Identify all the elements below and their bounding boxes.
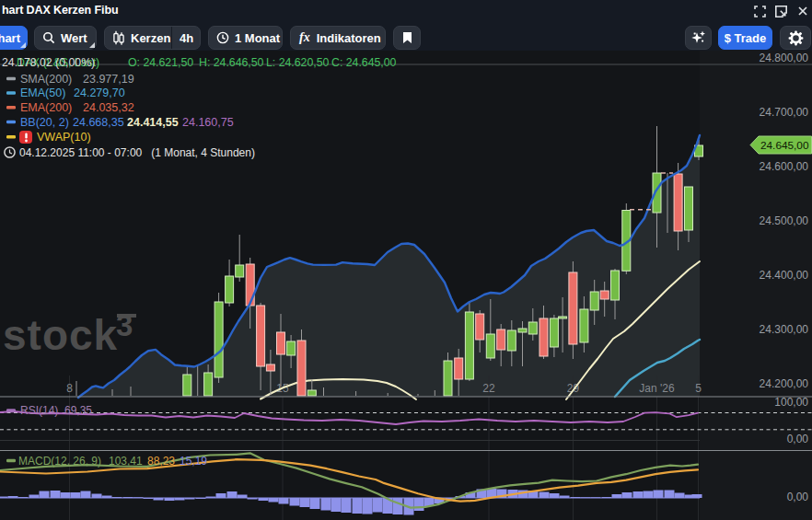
svg-text:24.500,00: 24.500,00 (760, 214, 809, 227)
svg-text:24.414,55: 24.414,55 (127, 116, 179, 129)
svg-text:24.400,00: 24.400,00 (760, 269, 809, 282)
svg-text:VWAP(10): VWAP(10) (37, 131, 91, 144)
svg-text:15,19: 15,19 (180, 455, 207, 468)
svg-text:0,00: 0,00 (787, 491, 809, 503)
svg-text:24.160,75: 24.160,75 (182, 116, 234, 129)
svg-text:Jan '26: Jan '26 (639, 382, 675, 395)
svg-text:BB(20, 2)24.668,35: BB(20, 2)24.668,35 (20, 116, 124, 129)
svg-text:3: 3 (116, 308, 133, 342)
svg-text:24.300,00: 24.300,00 (760, 323, 809, 336)
svg-text:24.178,02 (0,00%): 24.178,02 (0,00%) (2, 56, 95, 69)
svg-text:24.800,00: 24.800,00 (760, 52, 809, 64)
svg-text:5: 5 (695, 382, 702, 395)
svg-text:8: 8 (66, 382, 73, 395)
svg-text:24.200,00: 24.200,00 (760, 377, 809, 390)
svg-text:24.600,00: 24.600,00 (760, 160, 809, 173)
svg-text:stock: stock (3, 311, 118, 359)
svg-text:04.12.2025 11:00 - 07:00 (1: 04.12.2025 11:00 - 07:00 (1 Monat, 4 Stu… (19, 146, 255, 159)
svg-text:RSI(14) 69,35: RSI(14) 69,35 (20, 404, 92, 417)
svg-text:24.700,00: 24.700,00 (760, 106, 809, 119)
svg-text:100,00: 100,00 (774, 396, 808, 409)
svg-text:22: 22 (482, 382, 495, 395)
svg-text:MACD(12, 26, 9)103,41: MACD(12, 26, 9)103,41 (18, 455, 143, 468)
svg-text:24.645,00: 24.645,00 (760, 139, 809, 152)
svg-text:88,23: 88,23 (147, 455, 175, 468)
svg-text:0,00: 0,00 (787, 433, 809, 445)
